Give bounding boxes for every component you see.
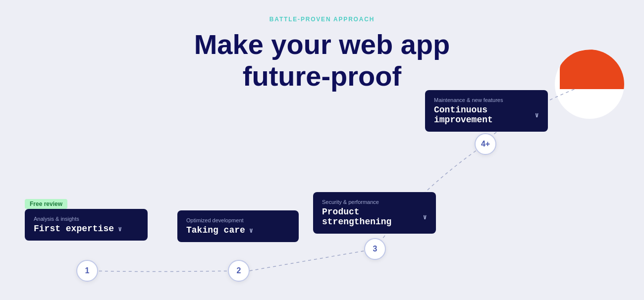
card-1-chevron: ∨ <box>118 225 122 233</box>
card-1-title: First expertise ∨ <box>34 224 139 234</box>
page: BATTLE-PROVEN APPROACH Make your web app… <box>0 0 644 300</box>
deco-circle <box>555 50 624 119</box>
step-3-label: 3 <box>373 245 377 253</box>
card-2-label: Optimized development <box>186 217 290 223</box>
free-review-badge: Free review <box>25 199 67 209</box>
card-3-chevron: ∨ <box>423 213 427 221</box>
headline: Make your web app future-proof <box>0 29 644 93</box>
step-circle-2: 2 <box>228 260 250 282</box>
step-4-label: 4+ <box>481 140 490 149</box>
headline-line1: Make your web app <box>194 29 450 60</box>
card-1-title-text: First expertise <box>34 224 114 234</box>
tagline: BATTLE-PROVEN APPROACH <box>0 0 644 23</box>
step-2-label: 2 <box>237 266 241 275</box>
card-taking-care[interactable]: Optimized development Taking care ∨ <box>177 210 299 242</box>
card-2-title: Taking care ∨ <box>186 225 290 235</box>
step-1-label: 1 <box>85 266 90 275</box>
card-2-title-text: Taking care <box>186 225 245 235</box>
card-continuous-improvement[interactable]: Maintenance & new features Continuous im… <box>425 90 548 132</box>
card-1-label: Analysis & insights <box>34 216 139 222</box>
card-2-chevron: ∨ <box>249 226 253 235</box>
card-4-chevron: ∨ <box>535 111 539 119</box>
card-product-strengthening[interactable]: Security & performance Product strengthe… <box>313 192 436 234</box>
card-3-title-text: Product strengthening <box>322 207 419 227</box>
card-first-expertise[interactable]: Analysis & insights First expertise ∨ <box>25 209 148 241</box>
step-circle-3: 3 <box>364 238 386 260</box>
deco-circle-inner <box>560 50 624 89</box>
step-circle-4: 4+ <box>475 133 496 155</box>
card-3-title: Product strengthening ∨ <box>322 207 427 227</box>
headline-line2: future-proof <box>243 60 401 92</box>
card-4-label: Maintenance & new features <box>434 97 539 103</box>
card-4-title-text: Continuous improvement <box>434 105 531 125</box>
card-4-title: Continuous improvement ∨ <box>434 105 539 125</box>
step-circle-1: 1 <box>76 260 98 282</box>
card-3-label: Security & performance <box>322 199 427 205</box>
